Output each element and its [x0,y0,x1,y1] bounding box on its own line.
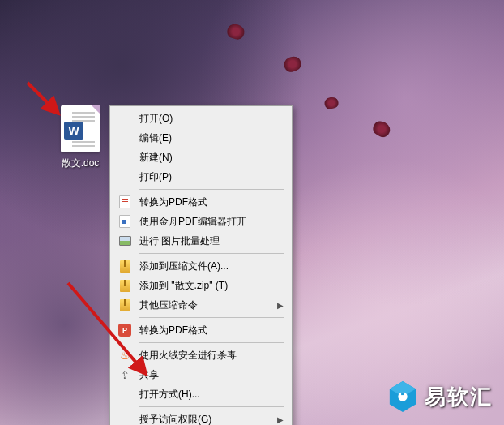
menu-label: 使用火绒安全进行杀毒 [139,349,274,363]
archive-icon [117,259,133,273]
watermark-text: 易软汇 [425,383,493,411]
menu-item-grant-access[interactable]: 授予访问权限(G) ▶ [112,410,290,425]
file-icon-lines [72,112,95,114]
menu-item-huorong-scan[interactable]: ♨ 使用火绒安全进行杀毒 [112,346,290,365]
antivirus-fire-icon: ♨ [117,348,133,363]
menu-separator [139,342,284,343]
wps-pdf-icon: P [117,323,133,337]
share-icon: ⇪ [117,367,133,382]
context-menu: 打开(O) 编辑(E) 新建(N) 打印(P) 转换为PDF格式 使用金舟PDF… [109,105,293,425]
submenu-arrow-icon: ▶ [277,415,284,424]
wallpaper-decoration [282,54,304,74]
pdf-convert-icon [117,195,133,209]
menu-label: 转换为PDF格式 [139,324,274,337]
word-file-icon: W [61,105,100,152]
menu-separator [139,317,284,318]
menu-item-open[interactable]: 打开(O) [112,109,290,128]
wallpaper-decoration [323,97,340,110]
menu-item-add-zip[interactable]: 添加到 "散文.zip" (T) [112,276,290,295]
menu-item-batch-image[interactable]: 进行 图片批量处理 [112,231,290,251]
blank-icon [117,111,133,126]
menu-item-share[interactable]: ⇪ 共享 [112,365,290,384]
menu-label: 共享 [139,368,274,382]
watermark-logo-icon [387,380,418,414]
menu-separator [139,253,284,254]
menu-label: 添加到压缩文件(A)... [139,260,274,273]
menu-label: 其他压缩命令 [139,298,274,312]
desktop-file-icon[interactable]: W 散文.doc [49,105,112,171]
file-label: 散文.doc [49,156,112,171]
blank-icon [117,387,133,401]
menu-item-open-jzpdf[interactable]: 使用金舟PDF编辑器打开 [112,212,290,231]
pdf-editor-icon [117,214,133,229]
image-batch-icon [117,234,133,248]
menu-separator [139,406,284,407]
menu-label: 编辑(E) [139,131,274,145]
menu-item-print[interactable]: 打印(P) [112,167,290,187]
wallpaper-decoration [370,118,393,140]
menu-label: 打开方式(H)... [139,388,274,401]
blank-icon [117,131,133,145]
menu-item-new[interactable]: 新建(N) [112,148,290,167]
menu-item-other-compress[interactable]: 其他压缩命令 ▶ [112,295,290,315]
blank-icon [117,412,133,425]
menu-label: 授予访问权限(G) [139,413,274,426]
wallpaper-decoration [225,22,246,41]
menu-label: 添加到 "散文.zip" (T) [139,279,274,293]
menu-label: 使用金舟PDF编辑器打开 [139,215,274,229]
blank-icon [117,150,133,165]
archive-icon [117,278,133,293]
menu-label: 打开(O) [139,112,274,126]
menu-separator [139,189,284,190]
menu-item-add-archive[interactable]: 添加到压缩文件(A)... [112,256,290,276]
menu-item-edit[interactable]: 编辑(E) [112,128,290,148]
word-badge-icon: W [64,122,83,140]
menu-label: 打印(P) [139,170,274,184]
archive-icon [117,298,133,312]
menu-label: 进行 图片批量处理 [139,234,274,248]
menu-item-convert-pdf[interactable]: 转换为PDF格式 [112,192,290,212]
watermark: 易软汇 [387,380,493,414]
menu-label: 转换为PDF格式 [139,195,274,209]
blank-icon [117,170,133,184]
menu-label: 新建(N) [139,151,274,165]
submenu-arrow-icon: ▶ [277,301,284,310]
menu-item-open-with[interactable]: 打开方式(H)... [112,384,290,404]
svg-rect-5 [401,392,404,395]
menu-item-wps-pdf[interactable]: P 转换为PDF格式 [112,320,290,340]
